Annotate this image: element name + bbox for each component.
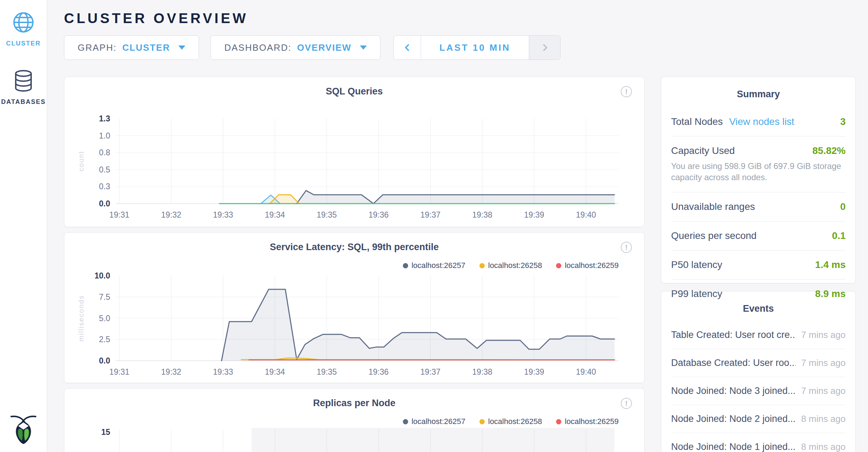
summary-row-p50-latency: P50 latency 1.4 ms bbox=[671, 250, 846, 280]
svg-text:10.0: 10.0 bbox=[94, 272, 110, 280]
summary-panel: Summary Total Nodes View nodes list 3 Ca… bbox=[661, 77, 856, 283]
capacity-used-value: 85.82% bbox=[812, 145, 846, 156]
svg-text:0.5: 0.5 bbox=[99, 165, 110, 174]
capacity-used-subtext: You are using 598.9 GiB of 697.9 GiB sto… bbox=[671, 161, 846, 183]
svg-text:5.0: 5.0 bbox=[99, 314, 110, 323]
dashboard-dropdown[interactable]: DASHBOARD: OVERVIEW bbox=[211, 35, 380, 60]
right-column: Summary Total Nodes View nodes list 3 Ca… bbox=[661, 77, 856, 452]
legend-dot-icon bbox=[556, 263, 561, 268]
queries-per-second-value: 0.1 bbox=[832, 230, 846, 241]
graph-dropdown[interactable]: GRAPH: CLUSTER bbox=[64, 35, 199, 60]
view-nodes-list-link[interactable]: View nodes list bbox=[729, 116, 794, 127]
summary-row-total-nodes: Total Nodes View nodes list 3 bbox=[671, 107, 846, 136]
svg-text:15: 15 bbox=[101, 428, 110, 437]
svg-text:19:38: 19:38 bbox=[472, 210, 492, 219]
svg-text:1.3: 1.3 bbox=[99, 114, 110, 123]
service-latency-chart: 19:3119:3219:3319:3419:3519:3619:3719:38… bbox=[73, 272, 636, 376]
legend-item: localhost:26258 bbox=[479, 417, 542, 426]
chart-card-sql-queries: SQL Queries ! 19:3119:3219:3319:3419:351… bbox=[64, 77, 645, 227]
summary-row-queries-per-second: Queries per second 0.1 bbox=[671, 221, 846, 250]
svg-text:19:34: 19:34 bbox=[265, 210, 285, 219]
svg-text:19:35: 19:35 bbox=[317, 367, 337, 376]
sql-queries-chart: 19:3119:3219:3319:3419:3519:3619:3719:38… bbox=[73, 104, 636, 219]
svg-text:19:32: 19:32 bbox=[161, 367, 182, 376]
cockroachdb-logo-icon bbox=[8, 411, 39, 446]
legend-dot-icon bbox=[403, 263, 408, 268]
chart-title: Service Latency: SQL, 99th percentile bbox=[270, 242, 439, 252]
svg-text:19:31: 19:31 bbox=[109, 210, 130, 219]
chart-legend: localhost:26257localhost:26258localhost:… bbox=[73, 415, 635, 428]
legend-dot-icon bbox=[556, 419, 561, 424]
svg-text:19:33: 19:33 bbox=[213, 367, 233, 376]
globe-icon bbox=[12, 11, 35, 35]
event-row: Database Created: User roo... 7 mins ago bbox=[671, 349, 846, 377]
svg-text:7.5: 7.5 bbox=[99, 292, 110, 302]
sidebar-item-label: CLUSTER bbox=[6, 40, 41, 47]
sidebar-item-cluster[interactable]: CLUSTER bbox=[0, 11, 47, 47]
event-row: Table Created: User root cre... 7 mins a… bbox=[671, 321, 846, 349]
graph-dropdown-label: GRAPH: bbox=[78, 42, 117, 53]
svg-text:0.0: 0.0 bbox=[99, 199, 110, 208]
summary-title: Summary bbox=[671, 77, 846, 100]
svg-text:19:39: 19:39 bbox=[524, 367, 545, 376]
svg-text:19:34: 19:34 bbox=[265, 367, 285, 376]
legend-dot-icon bbox=[479, 263, 485, 268]
main-content: CLUSTER OVERVIEW GRAPH: CLUSTER DASHBOAR… bbox=[47, 0, 868, 452]
svg-text:19:40: 19:40 bbox=[576, 210, 596, 219]
info-icon[interactable]: ! bbox=[621, 242, 632, 253]
graph-dropdown-value: CLUSTER bbox=[122, 42, 170, 53]
dashboard-dropdown-label: DASHBOARD: bbox=[224, 42, 291, 53]
legend-item: localhost:26257 bbox=[403, 417, 465, 426]
svg-text:19:36: 19:36 bbox=[369, 367, 389, 376]
chart-card-service-latency: Service Latency: SQL, 99th percentile ! … bbox=[64, 232, 645, 383]
legend-item: localhost:26259 bbox=[556, 417, 619, 426]
svg-text:19:37: 19:37 bbox=[420, 367, 441, 376]
svg-text:2.5: 2.5 bbox=[99, 335, 110, 344]
time-next-button[interactable] bbox=[529, 36, 560, 59]
svg-text:0.8: 0.8 bbox=[99, 148, 110, 157]
legend-item: localhost:26258 bbox=[479, 261, 542, 270]
info-icon[interactable]: ! bbox=[621, 86, 632, 97]
chevron-left-icon bbox=[403, 43, 412, 52]
legend-item: localhost:26257 bbox=[403, 261, 465, 270]
svg-text:1.0: 1.0 bbox=[99, 131, 110, 140]
legend-item: localhost:26259 bbox=[556, 261, 619, 270]
chart-card-replicas-per-node: Replicas per Node ! localhost:26257local… bbox=[64, 388, 645, 452]
charts-column: SQL Queries ! 19:3119:3219:3319:3419:351… bbox=[64, 77, 645, 452]
replicas-per-node-chart: 19:3119:3219:3319:3419:3519:3619:3719:38… bbox=[73, 428, 636, 452]
events-panel: Events Table Created: User root cre... 7… bbox=[661, 291, 856, 452]
sidebar-item-databases[interactable]: DATABASES bbox=[0, 70, 47, 106]
time-range-selector: LAST 10 MIN bbox=[393, 35, 561, 60]
summary-row-unavailable-ranges: Unavailable ranges 0 bbox=[671, 192, 846, 221]
p99-latency-value: 8.9 ms bbox=[815, 288, 846, 299]
legend-dot-icon bbox=[403, 419, 408, 424]
p50-latency-value: 1.4 ms bbox=[815, 259, 846, 270]
svg-text:19:32: 19:32 bbox=[161, 210, 182, 219]
controls-bar: GRAPH: CLUSTER DASHBOARD: OVERVIEW LAST … bbox=[64, 35, 868, 60]
svg-text:19:38: 19:38 bbox=[472, 367, 492, 376]
sidebar: CLUSTER DATABASES bbox=[0, 0, 47, 452]
svg-text:19:35: 19:35 bbox=[317, 210, 337, 219]
event-row: Node Joined: Node 2 joined... 8 mins ago bbox=[671, 405, 846, 433]
event-row: Node Joined: Node 3 joined... 7 mins ago bbox=[671, 377, 846, 405]
time-prev-button[interactable] bbox=[394, 36, 421, 59]
info-icon[interactable]: ! bbox=[621, 398, 632, 409]
unavailable-ranges-value: 0 bbox=[840, 201, 846, 212]
chart-title: Replicas per Node bbox=[313, 398, 396, 408]
chart-legend: localhost:26257localhost:26258localhost:… bbox=[73, 259, 635, 272]
time-range-label[interactable]: LAST 10 MIN bbox=[421, 36, 529, 59]
svg-text:19:39: 19:39 bbox=[524, 210, 545, 219]
chevron-down-icon bbox=[360, 45, 367, 50]
dashboard-dropdown-value: OVERVIEW bbox=[297, 42, 351, 53]
chevron-right-icon bbox=[540, 43, 549, 52]
svg-text:count: count bbox=[77, 151, 85, 171]
total-nodes-value: 3 bbox=[840, 116, 846, 127]
database-icon bbox=[13, 70, 34, 93]
svg-text:0.3: 0.3 bbox=[99, 182, 110, 191]
chevron-down-icon bbox=[178, 45, 185, 50]
svg-text:19:36: 19:36 bbox=[369, 210, 389, 219]
chart-title: SQL Queries bbox=[326, 86, 383, 97]
svg-text:19:40: 19:40 bbox=[576, 367, 596, 376]
svg-text:milliseconds: milliseconds bbox=[77, 295, 85, 341]
event-row: Node Joined: Node 1 joined... 8 mins ago bbox=[671, 433, 846, 452]
